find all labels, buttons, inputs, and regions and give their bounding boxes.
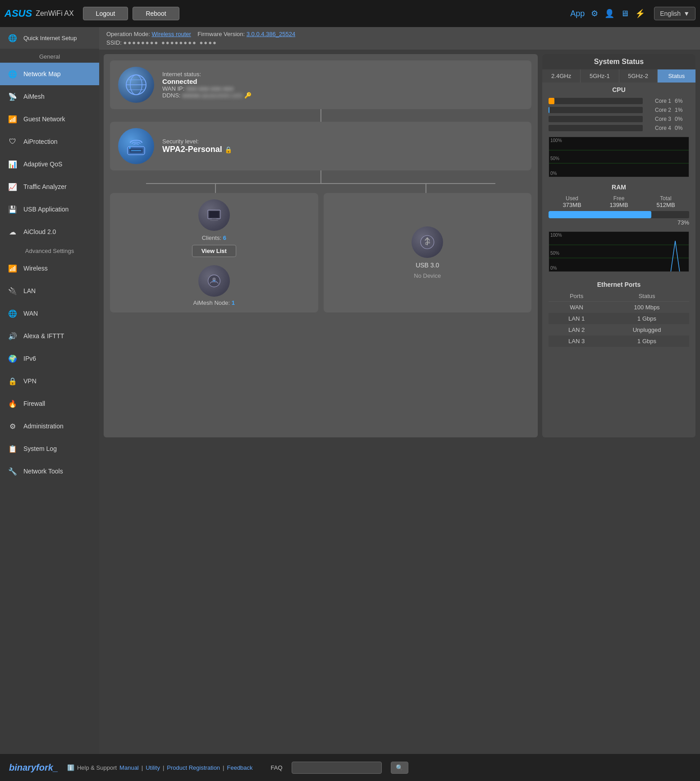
footer-link-manual[interactable]: Manual	[119, 764, 139, 771]
tab-status[interactable]: Status	[658, 69, 695, 83]
chevron-down-icon: ▼	[683, 10, 690, 17]
traffic-analyzer-icon: 📈	[6, 180, 19, 193]
sidebar-item-alexa[interactable]: 🔊 Alexa & IFTTT	[0, 325, 99, 347]
lock-icon: 🔒	[224, 146, 232, 153]
header: ASUS ZenWiFi AX Logout Reboot App ⚙ 👤 🖥 …	[0, 0, 700, 27]
branch-line-left	[215, 184, 216, 193]
sidebar-item-lan[interactable]: 🔌 LAN	[0, 280, 99, 302]
sidebar-item-aimesh[interactable]: 📡 AiMesh	[0, 85, 99, 108]
footer-search-input[interactable]	[292, 762, 382, 774]
sidebar-item-syslog[interactable]: 📋 System Log	[0, 437, 99, 460]
firmware-label: Firmware Version:	[197, 31, 245, 37]
lan-icon: 🔌	[6, 285, 19, 297]
content-area: Internet status: Connected WAN IP: ●●●.●…	[99, 50, 700, 442]
main-layout: 🌐 Quick Internet Setup General 🌐 Network…	[0, 27, 700, 754]
eth-status: 1 Gbps	[604, 335, 689, 347]
usb-icon[interactable]: ⚡	[635, 9, 645, 18]
eth-status: 1 Gbps	[604, 313, 689, 324]
sidebar-label-traffic-analyzer: Traffic Analyzer	[23, 183, 67, 190]
cpu-core-2-bar-fill	[549, 107, 549, 113]
sidebar-item-guest-network[interactable]: 📶 Guest Network	[0, 108, 99, 130]
table-row: WAN100 Mbps	[549, 302, 689, 313]
reboot-button[interactable]: Reboot	[133, 7, 179, 20]
footer-help: ℹ️ Help & Support Manual | Utility | Pro…	[67, 764, 253, 771]
cpu-core-2-bar-bg	[549, 107, 643, 113]
logout-button[interactable]: Logout	[83, 7, 128, 20]
monitor-icon[interactable]: 🖥	[621, 9, 629, 18]
sidebar-item-administration[interactable]: ⚙ Administration	[0, 415, 99, 437]
sidebar-label-syslog: System Log	[23, 445, 57, 452]
cpu-core-1-pct: 6%	[675, 98, 689, 104]
cpu-core-3-bar-bg	[549, 116, 643, 122]
sidebar-label-alexa: Alexa & IFTTT	[23, 332, 64, 340]
sidebar-label-firewall: Firewall	[23, 400, 45, 407]
vpn-icon: 🔒	[6, 375, 19, 387]
clients-count: 6	[223, 234, 226, 241]
tab-5ghz-1[interactable]: 5GHz-1	[581, 69, 619, 83]
footer-search-button[interactable]: 🔍	[391, 762, 408, 774]
ssid-label: SSID:	[106, 39, 122, 46]
eth-port: WAN	[549, 302, 604, 313]
settings-icon[interactable]: ⚙	[591, 9, 598, 18]
sidebar-item-aicloud[interactable]: ☁ AiCloud 2.0	[0, 221, 99, 243]
h-splitter	[146, 183, 495, 184]
app-label[interactable]: App	[570, 9, 585, 18]
sidebar-item-adaptive-qos[interactable]: 📊 Adaptive QoS	[0, 153, 99, 175]
router-box: Security level: WPA2-Personal 🔒	[110, 122, 531, 170]
table-row: LAN 11 Gbps	[549, 313, 689, 324]
usb-application-icon: 💾	[6, 203, 19, 216]
sidebar-item-vpn[interactable]: 🔒 VPN	[0, 370, 99, 392]
svg-rect-10	[209, 211, 219, 218]
internet-status-value: Connected	[162, 78, 252, 85]
firmware-link[interactable]: 3.0.0.4.386_25524	[247, 31, 295, 37]
cpu-core-4-bar-bg	[549, 125, 643, 131]
clients-label: Clients: 6	[202, 234, 226, 241]
sidebar-item-usb-application[interactable]: 💾 USB Application	[0, 198, 99, 221]
aimesh-label: AiMesh Node: 1	[193, 299, 235, 306]
footer-link-utility[interactable]: Utility	[146, 764, 160, 771]
branch-left	[110, 184, 321, 193]
operation-mode-link[interactable]: Wireless router	[151, 31, 191, 37]
tab-5ghz-2[interactable]: 5GHz-2	[619, 69, 658, 83]
view-list-button[interactable]: View List	[192, 245, 236, 257]
sidebar-item-ipv6[interactable]: 🌍 IPv6	[0, 347, 99, 370]
sidebar-item-traffic-analyzer[interactable]: 📈 Traffic Analyzer	[0, 175, 99, 198]
sidebar-label-administration: Administration	[23, 423, 64, 430]
cpu-core-4-pct: 0%	[675, 125, 689, 131]
ram-used-label: Used	[563, 195, 581, 202]
logo-asus: ASUS	[5, 8, 32, 19]
ddns-value: ●●●●●.asuscomm.com	[182, 92, 242, 99]
sidebar-item-firewall[interactable]: 🔥 Firewall	[0, 392, 99, 415]
ram-total: Total 512MB	[656, 195, 675, 208]
tab-2-4ghz[interactable]: 2.4GHz	[542, 69, 581, 83]
router-info: Security level: WPA2-Personal 🔒	[162, 138, 232, 154]
cpu-core-1-label: Core 1	[646, 98, 671, 104]
cpu-core-1-bar-bg	[549, 98, 643, 104]
wan-ip-label: WAN IP:	[162, 85, 184, 92]
footer-link-feedback[interactable]: Feedback	[227, 764, 252, 771]
cpu-core-4-label: Core 4	[646, 125, 671, 131]
sidebar-item-aiprotection[interactable]: 🛡 AiProtection	[0, 130, 99, 153]
language-selector[interactable]: English ▼	[654, 7, 695, 20]
sidebar-item-wireless[interactable]: 📶 Wireless	[0, 257, 99, 280]
sidebar-item-quick-setup[interactable]: 🌐 Quick Internet Setup	[0, 27, 99, 49]
eth-port: LAN 2	[549, 324, 604, 335]
sidebar-item-network-map[interactable]: 🌐 Network Map	[0, 63, 99, 85]
status-tabs: 2.4GHz 5GHz-1 5GHz-2 Status	[542, 69, 695, 83]
branch-downs	[110, 184, 531, 193]
network-tools-icon: 🔧	[6, 465, 19, 478]
quick-setup-icon: 🌐	[6, 32, 19, 44]
footer-link-product-registration[interactable]: Product Registration	[167, 764, 220, 771]
sidebar-item-wan[interactable]: 🌐 WAN	[0, 302, 99, 325]
sidebar-label-network-tools: Network Tools	[23, 468, 63, 475]
sidebar-label-lan: LAN	[23, 287, 36, 294]
sidebar-item-network-tools[interactable]: 🔧 Network Tools	[0, 460, 99, 482]
cpu-core-3-label: Core 3	[646, 116, 671, 122]
wireless-icon: 📶	[6, 262, 19, 275]
ipv6-icon: 🌍	[6, 352, 19, 365]
user-icon[interactable]: 👤	[604, 9, 614, 18]
bottom-boxes: Clients: 6 View List	[110, 193, 531, 312]
ram-graph-svg	[549, 232, 689, 271]
sidebar-label-aicloud: AiCloud 2.0	[23, 228, 56, 235]
sidebar-label-usb-application: USB Application	[23, 206, 69, 213]
